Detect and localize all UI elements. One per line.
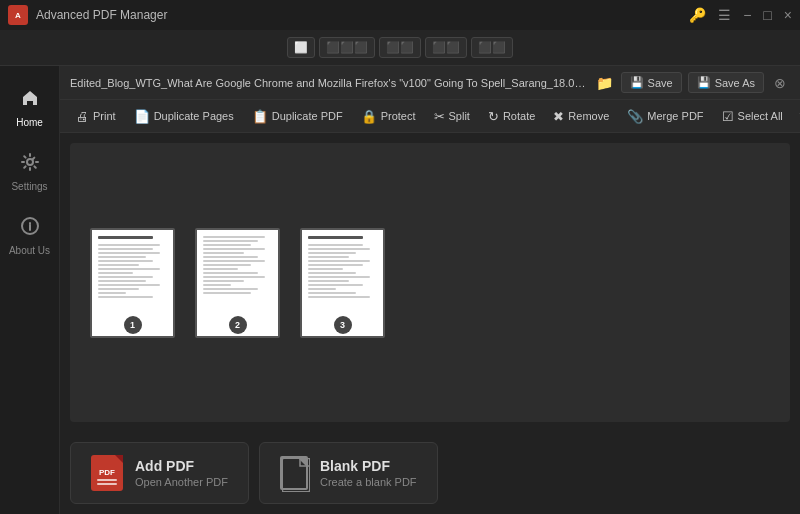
sidebar-about-label: About Us [9, 245, 50, 256]
protect-button[interactable]: 🔒 Protect [353, 105, 424, 128]
sidebar-home-label: Home [16, 117, 43, 128]
print-icon: 🖨 [76, 109, 89, 124]
merge-pdf-label: Merge PDF [647, 110, 703, 122]
close-button[interactable]: × [784, 7, 792, 23]
view-grid5-button[interactable]: ⬛⬛ [471, 37, 513, 58]
rotate-label: Rotate [503, 110, 535, 122]
add-pdf-card[interactable]: PDF Add PDF Open Another PDF [70, 442, 249, 504]
file-name: Edited_Blog_WTG_What Are Google Chrome a… [70, 77, 588, 89]
app-icon: A [8, 5, 28, 25]
protect-label: Protect [381, 110, 416, 122]
select-all-button[interactable]: ☑ Select All [714, 105, 791, 128]
merge-pdf-button[interactable]: 📎 Merge PDF [619, 105, 711, 128]
protect-icon: 🔒 [361, 109, 377, 124]
rotate-icon: ↻ [488, 109, 499, 124]
duplicate-pages-label: Duplicate Pages [154, 110, 234, 122]
sidebar-settings-label: Settings [11, 181, 47, 192]
add-pdf-label: Add PDF [135, 458, 228, 474]
home-icon [20, 88, 40, 113]
close-file-button[interactable]: ⊗ [770, 75, 790, 91]
pages-area: 1 [70, 143, 790, 422]
bottom-area: PDF Add PDF Open Another PDF [60, 432, 800, 514]
split-icon: ✂ [434, 109, 445, 124]
title-bar: A Advanced PDF Manager 🔑 ☰ − □ × [0, 0, 800, 30]
split-button[interactable]: ✂ Split [426, 105, 478, 128]
page-thumb-1[interactable]: 1 [90, 228, 175, 338]
view-toolbar: ⬜ ⬛⬛⬛ ⬛⬛ ⬛⬛ ⬛⬛ [0, 30, 800, 66]
sidebar-item-settings[interactable]: Settings [0, 140, 59, 204]
file-folder-icon: 📁 [596, 75, 613, 91]
save-as-button[interactable]: 💾 Save As [688, 72, 764, 93]
split-label: Split [449, 110, 470, 122]
svg-rect-4 [282, 458, 310, 492]
duplicate-pdf-label: Duplicate PDF [272, 110, 343, 122]
svg-point-2 [27, 159, 33, 165]
toolbar-more-button[interactable]: ▼ [793, 104, 800, 128]
svg-text:A: A [15, 11, 21, 20]
remove-button[interactable]: ✖ Remove [545, 105, 617, 128]
main-layout: Home Settings About Us Edite [0, 66, 800, 514]
rotate-button[interactable]: ↻ Rotate [480, 105, 543, 128]
content-area: Edited_Blog_WTG_What Are Google Chrome a… [60, 66, 800, 514]
menu-icon[interactable]: ☰ [718, 7, 731, 23]
remove-label: Remove [568, 110, 609, 122]
view-grid4-button[interactable]: ⬛⬛ [425, 37, 467, 58]
sidebar: Home Settings About Us [0, 66, 60, 514]
merge-pdf-icon: 📎 [627, 109, 643, 124]
save-label: Save [648, 77, 673, 89]
select-all-label: Select All [738, 110, 783, 122]
add-pdf-sublabel: Open Another PDF [135, 476, 228, 488]
add-pdf-text: Add PDF Open Another PDF [135, 458, 228, 488]
duplicate-pages-button[interactable]: 📄 Duplicate Pages [126, 105, 242, 128]
page-number-2: 2 [229, 316, 247, 334]
view-grid3-button[interactable]: ⬛⬛ [379, 37, 421, 58]
save-as-label: Save As [715, 77, 755, 89]
save-icon: 💾 [630, 76, 644, 89]
page-thumb-3[interactable]: 3 [300, 228, 385, 338]
app-title: Advanced PDF Manager [36, 8, 167, 22]
blank-pdf-icon [280, 456, 308, 490]
blank-pdf-label: Blank PDF [320, 458, 417, 474]
pdf-toolbar: 🖨 Print 📄 Duplicate Pages 📋 Duplicate PD… [60, 100, 800, 133]
page-thumb-2[interactable]: 2 [195, 228, 280, 338]
print-label: Print [93, 110, 116, 122]
sidebar-item-home[interactable]: Home [0, 76, 59, 140]
blank-pdf-card[interactable]: Blank PDF Create a blank PDF [259, 442, 438, 504]
save-as-icon: 💾 [697, 76, 711, 89]
view-single-button[interactable]: ⬜ [287, 37, 315, 58]
settings-icon [20, 152, 40, 177]
blank-pdf-sublabel: Create a blank PDF [320, 476, 417, 488]
window-controls: 🔑 ☰ − □ × [689, 7, 792, 23]
minimize-button[interactable]: − [743, 7, 751, 23]
file-toolbar: Edited_Blog_WTG_What Are Google Chrome a… [60, 66, 800, 100]
add-pdf-icon: PDF [91, 455, 123, 491]
file-actions: 💾 Save 💾 Save As ⊗ [621, 72, 790, 93]
print-button[interactable]: 🖨 Print [68, 105, 124, 128]
blank-pdf-text: Blank PDF Create a blank PDF [320, 458, 417, 488]
page-number-3: 3 [334, 316, 352, 334]
select-all-icon: ☑ [722, 109, 734, 124]
lock-icon[interactable]: 🔑 [689, 7, 706, 23]
remove-icon: ✖ [553, 109, 564, 124]
sidebar-item-about[interactable]: About Us [0, 204, 59, 268]
save-button[interactable]: 💾 Save [621, 72, 682, 93]
duplicate-pages-icon: 📄 [134, 109, 150, 124]
view-grid2-button[interactable]: ⬛⬛⬛ [319, 37, 375, 58]
maximize-button[interactable]: □ [763, 7, 771, 23]
duplicate-pdf-icon: 📋 [252, 109, 268, 124]
info-icon [20, 216, 40, 241]
page-number-1: 1 [124, 316, 142, 334]
duplicate-pdf-button[interactable]: 📋 Duplicate PDF [244, 105, 351, 128]
